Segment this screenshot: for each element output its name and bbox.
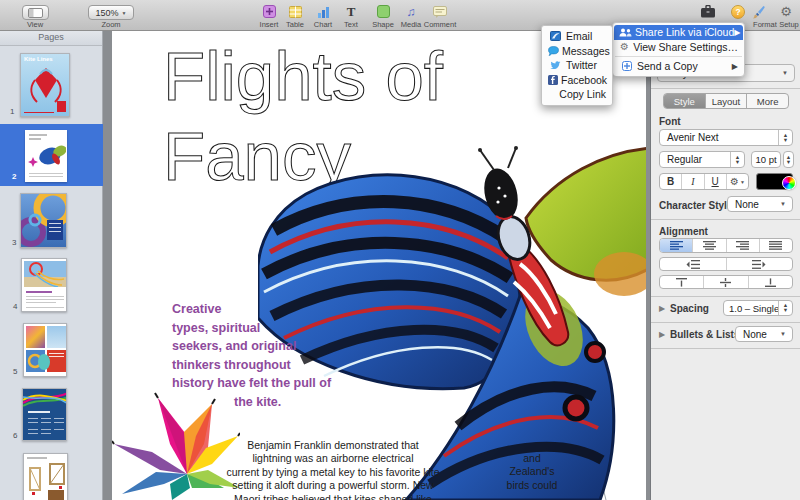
submenu-item-twitter[interactable]: Twitter [543, 58, 611, 73]
valign-middle-button[interactable] [703, 276, 747, 288]
color-wheel-icon[interactable] [782, 176, 796, 190]
font-size-value: 10 pt [755, 154, 776, 165]
bullets-dropdown[interactable]: None ▼ [735, 326, 793, 342]
font-size-field[interactable]: 10 pt [751, 151, 781, 168]
tab-layout[interactable]: Layout [705, 94, 747, 108]
page-number-3: 3 [12, 238, 16, 247]
vertical-align-buttons [659, 275, 793, 289]
valign-top-button[interactable] [660, 276, 703, 288]
tab-style[interactable]: Style [664, 94, 705, 108]
zoom-dropdown[interactable]: 150% ▼ [88, 5, 134, 20]
comment-icon [433, 6, 447, 18]
font-face-buttons: B I U ⚙▼ [659, 173, 749, 190]
underline-button[interactable]: U [704, 174, 726, 189]
thumb3-label-box [47, 220, 63, 240]
share-menu: Share Link via iCloud ▶ ⚙ View Share Set… [612, 22, 745, 77]
spacing-disclosure-icon[interactable]: ▶ [659, 304, 665, 313]
pages-app-window: Flights of Fancy [0, 0, 800, 500]
increase-indent-button[interactable] [726, 258, 793, 270]
font-style-stepper[interactable]: ▲▼ [730, 152, 744, 167]
help-button[interactable]: ? [730, 4, 746, 19]
page-thumbnail-6[interactable] [22, 388, 67, 441]
font-family-stepper[interactable]: ▲▼ [778, 130, 792, 145]
body-text-line: current by tying a metal key to his favo… [208, 466, 458, 479]
shape-button[interactable] [375, 4, 391, 19]
submenu-item-email[interactable]: Email [543, 29, 611, 44]
font-family-dropdown[interactable]: Avenir Next ▲▼ [659, 129, 793, 146]
bullets-disclosure-icon[interactable]: ▶ [659, 330, 665, 339]
body-text-left[interactable]: Benjamin Franklin demonstrated that ligh… [208, 439, 458, 500]
submenu-item-messages[interactable]: Messages [543, 44, 611, 59]
align-justify-button[interactable] [759, 239, 792, 252]
format-button[interactable] [750, 4, 766, 19]
page-thumbnail-5[interactable] [23, 323, 67, 377]
font-style-dropdown[interactable]: Regular ▲▼ [659, 151, 745, 168]
inspector-tabs: Style Layout More [663, 93, 789, 109]
page-thumbnail-4[interactable] [21, 258, 67, 312]
thumb2-title-line [29, 134, 47, 136]
document-title-line1[interactable]: Flights of [163, 39, 443, 115]
thumb5-photo1 [26, 326, 45, 348]
pull-quote-line: types, spiritual [172, 319, 331, 338]
view-label: View [27, 20, 43, 29]
page-thumbnail-2[interactable] [25, 130, 67, 182]
text-label: Text [344, 20, 358, 29]
body-text-line: Maori tribes believed that kites shaped … [208, 493, 458, 500]
comment-label: Comment [424, 20, 457, 29]
table-button[interactable] [287, 4, 303, 19]
decrease-indent-button[interactable] [660, 258, 726, 270]
font-section-label: Font [659, 116, 681, 127]
font-size-stepper[interactable]: ▲▼ [783, 151, 794, 168]
thumb7-frames-art [26, 462, 67, 500]
submenu-item-facebook[interactable]: Copy Link Facebook [543, 73, 611, 88]
thumb5-balloon-art [38, 354, 50, 370]
text-color-well[interactable] [756, 173, 793, 190]
media-button[interactable]: ♫ [403, 4, 419, 19]
plus-icon [619, 61, 634, 71]
page-number-1: 1 [10, 107, 14, 116]
menu-item-share-link-icloud[interactable]: Share Link via iCloud ▶ [614, 25, 743, 40]
align-left-button[interactable] [660, 239, 692, 252]
shape-icon [377, 5, 390, 18]
page-thumbnail-1[interactable]: Kite Lines [20, 53, 70, 117]
submenu-arrow-icon: ▶ [732, 62, 738, 71]
align-left-icon [670, 241, 683, 250]
share-button[interactable] [700, 4, 716, 19]
chart-button[interactable] [315, 4, 331, 19]
align-right-button[interactable] [726, 239, 759, 252]
valign-bottom-icon [765, 278, 776, 287]
spacing-value: 1.0 – Single [724, 303, 778, 314]
advanced-type-button[interactable]: ⚙▼ [726, 174, 748, 189]
text-icon: T [347, 4, 356, 20]
comment-button[interactable] [432, 4, 448, 19]
pull-quote-line: history have felt the pull of [172, 374, 331, 393]
character-styles-value: None [728, 199, 780, 210]
character-styles-dropdown[interactable]: None ▼ [727, 196, 793, 212]
zoom-caret-icon: ▼ [122, 10, 127, 16]
page-thumbnail-7[interactable] [23, 453, 68, 500]
align-center-button[interactable] [692, 239, 725, 252]
text-button[interactable]: T [343, 4, 359, 19]
body-text-right[interactable]: and Zealand's birds could [500, 452, 564, 492]
twitter-icon [548, 61, 563, 70]
thumb7-heading-line [27, 457, 47, 459]
body-text-line: and [500, 452, 564, 465]
valign-bottom-button[interactable] [748, 276, 792, 288]
setup-button[interactable]: ⚙ [778, 4, 794, 19]
valign-top-icon [676, 278, 687, 287]
view-button[interactable] [22, 5, 49, 20]
submenu-item-copy-link[interactable]: Copy Link [543, 87, 611, 102]
menu-item-send-a-copy[interactable]: Send a Copy ▶ [614, 59, 743, 74]
pull-quote[interactable]: Creative types, spiritual seekers, and o… [172, 300, 331, 412]
italic-button[interactable]: I [681, 174, 703, 189]
page-thumbnail-3[interactable] [20, 193, 67, 248]
menu-item-view-share-settings[interactable]: ⚙ View Share Settings… [614, 40, 743, 55]
people-icon [619, 28, 632, 37]
page-number-2: 2 [12, 172, 16, 181]
bold-button[interactable]: B [660, 174, 681, 189]
spacing-stepper[interactable]: ▲▼ [778, 301, 792, 315]
pull-quote-line: seekers, and original [172, 337, 331, 356]
insert-button[interactable] [261, 4, 277, 19]
tab-more[interactable]: More [746, 94, 788, 108]
spacing-dropdown[interactable]: 1.0 – Single ▲▼ [723, 300, 793, 316]
